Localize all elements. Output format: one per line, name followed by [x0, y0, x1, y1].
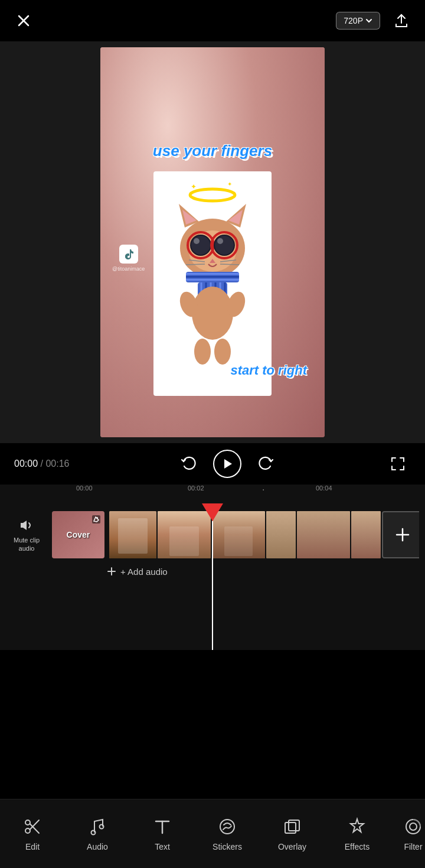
add-audio-button[interactable]: + Add audio [106, 566, 168, 577]
add-icon [394, 526, 411, 543]
svg-marker-42 [21, 521, 27, 530]
undo-button[interactable] [175, 451, 201, 477]
text-T-icon [152, 816, 173, 837]
speaker-icon [18, 517, 35, 534]
cover-edit-icon [91, 515, 101, 524]
video-frame: use your fingers @titoanimace ✦ ✦ [100, 47, 325, 437]
mute-clip-button[interactable]: Mute clip audio [6, 517, 47, 553]
play-button[interactable] [213, 450, 241, 478]
fullscreen-icon [390, 456, 406, 472]
timeline-ruler: 00:00 00:02 · 00:04 [0, 485, 425, 502]
header: 720P [0, 0, 425, 41]
tool-edit[interactable]: Edit [0, 799, 65, 868]
ruler-mark-0002: 00:02 [188, 485, 204, 492]
svg-point-39 [194, 339, 211, 365]
svg-text:✦: ✦ [227, 181, 232, 187]
tool-audio[interactable]: Audio [65, 799, 130, 868]
redo-button[interactable] [253, 451, 279, 477]
svg-point-49 [25, 820, 30, 825]
clip-track [109, 511, 419, 558]
undo-icon [180, 456, 197, 472]
sticker-circle-icon [217, 816, 238, 837]
tiktok-username: @titoanimace [112, 266, 145, 272]
resolution-label: 720P [344, 16, 363, 25]
effects-label: Effects [345, 842, 370, 851]
controls-bar: 00:00 / 00:16 [0, 443, 425, 485]
svg-point-57 [220, 820, 234, 834]
svg-point-53 [91, 831, 96, 835]
edit-label: Edit [25, 842, 40, 851]
svg-point-50 [25, 828, 30, 833]
effects-star-icon [346, 816, 368, 837]
overlay-square-icon [282, 816, 303, 837]
svg-point-61 [410, 823, 417, 830]
time-total: 00:16 [45, 459, 69, 469]
fullscreen-button[interactable] [385, 451, 411, 477]
svg-point-36 [192, 287, 233, 340]
svg-point-13 [191, 236, 210, 255]
cat-svg: ✦ ✦ [156, 177, 269, 390]
svg-point-44 [96, 517, 98, 519]
resolution-button[interactable]: 720P [336, 12, 380, 30]
tool-stickers[interactable]: Stickers [195, 799, 260, 868]
tool-filter[interactable]: Filter [390, 799, 425, 868]
audio-label: Audio [87, 842, 108, 851]
chevron-down-icon [365, 17, 372, 24]
bottom-toolbar: Edit Audio Text [0, 799, 425, 868]
svg-point-14 [194, 238, 200, 244]
close-button[interactable] [12, 9, 35, 32]
svg-point-2 [190, 189, 235, 201]
close-icon [17, 14, 31, 28]
time-display: 00:00 / 00:16 [14, 459, 69, 469]
clip-thumb-2[interactable] [212, 511, 265, 558]
clip-thumb-5[interactable] [351, 511, 381, 558]
clip-thumb-1[interactable] [158, 511, 211, 558]
filter-label: Filter [404, 842, 422, 851]
text-label: Text [155, 842, 170, 851]
svg-line-24 [220, 264, 239, 265]
filter-circle-icon [403, 816, 424, 837]
clip-thumb-4[interactable] [297, 511, 350, 558]
timeline-tracks: Mute clip audio Cover [0, 502, 425, 587]
tool-text[interactable]: Text [130, 799, 195, 868]
cover-label: Cover [67, 530, 90, 539]
svg-text:✦: ✦ [191, 183, 197, 191]
svg-point-54 [100, 825, 104, 829]
svg-marker-41 [224, 459, 232, 469]
cat-sticker: ✦ ✦ [153, 171, 272, 396]
plus-icon [106, 566, 117, 577]
cover-thumbnail[interactable]: Cover [52, 511, 104, 558]
overlay-text-top: use your fingers [153, 142, 272, 160]
svg-point-17 [215, 236, 234, 255]
clip-thumb-0[interactable] [109, 511, 156, 558]
svg-rect-43 [92, 515, 100, 524]
time-current: 00:00 [14, 459, 38, 469]
overlay-text-bottom: start to right [230, 363, 307, 378]
svg-point-18 [217, 238, 223, 244]
tiktok-logo-icon [119, 245, 138, 264]
timeline-area: 00:00 00:02 · 00:04 Mute clip audio [0, 485, 425, 650]
ruler-mark-0000: 00:00 [76, 485, 93, 492]
add-clip-button[interactable] [382, 511, 419, 558]
tool-overlay[interactable]: Overlay [260, 799, 325, 868]
overlay-label: Overlay [278, 842, 306, 851]
redo-icon [258, 456, 274, 472]
svg-point-40 [214, 339, 231, 365]
tool-effects[interactable]: Effects [325, 799, 390, 868]
mute-label: Mute clip audio [14, 536, 40, 553]
upload-button[interactable] [390, 9, 413, 32]
tiktok-watermark: @titoanimace [112, 245, 145, 272]
video-preview: use your fingers @titoanimace ✦ ✦ [0, 41, 425, 443]
play-icon [221, 457, 234, 470]
clip-thumb-3[interactable] [266, 511, 296, 558]
svg-rect-28 [186, 279, 239, 281]
main-track-row: Mute clip audio Cover [0, 508, 425, 561]
upload-icon [393, 12, 410, 29]
ruler-dot: · [262, 485, 264, 495]
add-audio-label: + Add audio [120, 567, 168, 577]
stickers-label: Stickers [212, 842, 242, 851]
playback-controls [175, 450, 279, 478]
ruler-mark-0004: 00:04 [316, 485, 332, 492]
add-audio-row: + Add audio [0, 561, 425, 581]
scissors-icon [22, 816, 43, 837]
